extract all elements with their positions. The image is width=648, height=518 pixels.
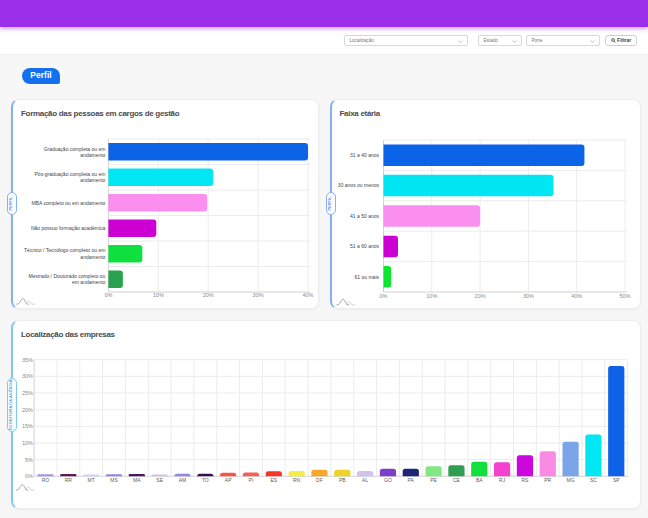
svg-text:PA: PA	[408, 477, 415, 483]
svg-text:30%: 30%	[253, 292, 264, 298]
svg-text:andamento: andamento	[80, 152, 105, 158]
svg-text:SE: SE	[156, 477, 163, 483]
svg-text:30%: 30%	[522, 293, 533, 299]
svg-text:40%: 40%	[302, 292, 313, 298]
svg-text:RS: RS	[521, 477, 529, 483]
svg-text:15%: 15%	[22, 423, 33, 429]
svg-text:Técnico / Tecnólogo completo o: Técnico / Tecnólogo completo ou em	[24, 247, 105, 253]
svg-text:andamento: andamento	[80, 254, 105, 260]
svg-text:ES: ES	[270, 477, 277, 483]
svg-text:Mestrado / Doutorado completo: Mestrado / Doutorado completo ou	[28, 273, 105, 279]
svg-text:MA: MA	[133, 477, 141, 483]
svg-text:51 a 60 anos: 51 a 60 anos	[350, 243, 379, 249]
svg-text:Pós-graduação completa ou em: Pós-graduação completa ou em	[35, 171, 106, 177]
svg-text:10%: 10%	[22, 440, 33, 446]
svg-text:30%: 30%	[22, 373, 33, 379]
svg-text:SP: SP	[613, 477, 620, 483]
svg-text:0%: 0%	[379, 293, 387, 299]
svg-text:MT: MT	[88, 477, 95, 483]
svg-text:10%: 10%	[426, 293, 437, 299]
svg-text:RO: RO	[42, 477, 50, 483]
svg-text:PB: PB	[339, 477, 346, 483]
svg-text:AL: AL	[362, 477, 368, 483]
svg-text:MG: MG	[567, 477, 575, 483]
svg-text:DF: DF	[316, 477, 323, 483]
svg-text:30 anos ou menos: 30 anos ou menos	[337, 182, 379, 188]
svg-text:PERFIL: PERFIL	[327, 195, 332, 210]
svg-text:CE: CE	[453, 477, 461, 483]
svg-text:RR: RR	[65, 477, 73, 483]
svg-text:PE: PE	[430, 477, 437, 483]
svg-text:61 ou mais: 61 ou mais	[354, 274, 379, 280]
svg-text:40%: 40%	[571, 293, 582, 299]
svg-text:31 a 40 anos: 31 a 40 anos	[350, 152, 379, 158]
svg-text:10%: 10%	[153, 292, 164, 298]
svg-text:em andamento: em andamento	[72, 279, 106, 285]
svg-text:ESTRUTURA DA AGÊNCIA: ESTRUTURA DA AGÊNCIA	[8, 380, 13, 431]
svg-text:PERFIL: PERFIL	[8, 195, 13, 210]
svg-text:20%: 20%	[474, 293, 485, 299]
svg-text:AP: AP	[225, 477, 232, 483]
svg-text:AM: AM	[179, 477, 187, 483]
svg-text:PR: PR	[544, 477, 551, 483]
svg-text:41 a 50 anos: 41 a 50 anos	[350, 213, 379, 219]
svg-text:50%: 50%	[619, 293, 630, 299]
svg-text:0%: 0%	[104, 292, 112, 298]
svg-text:20%: 20%	[203, 292, 214, 298]
svg-text:PI: PI	[249, 477, 254, 483]
svg-text:RN: RN	[293, 477, 301, 483]
svg-text:andamento: andamento	[80, 177, 105, 183]
svg-text:25%: 25%	[22, 390, 33, 396]
svg-text:Graduação completa ou em: Graduação completa ou em	[44, 146, 106, 152]
svg-text:5%: 5%	[25, 457, 33, 463]
svg-text:Não possuo formação acadêmica: Não possuo formação acadêmica	[31, 225, 106, 231]
svg-text:20%: 20%	[22, 407, 33, 413]
svg-text:35%: 35%	[22, 357, 33, 363]
svg-text:MBA completo ou em andamento: MBA completo ou em andamento	[31, 200, 105, 206]
svg-text:MS: MS	[110, 477, 118, 483]
svg-text:RJ: RJ	[499, 477, 506, 483]
svg-text:GO: GO	[384, 477, 392, 483]
svg-text:TO: TO	[202, 477, 209, 483]
svg-text:BA: BA	[476, 477, 483, 483]
svg-text:0%: 0%	[25, 473, 33, 479]
svg-text:SC: SC	[590, 477, 597, 483]
